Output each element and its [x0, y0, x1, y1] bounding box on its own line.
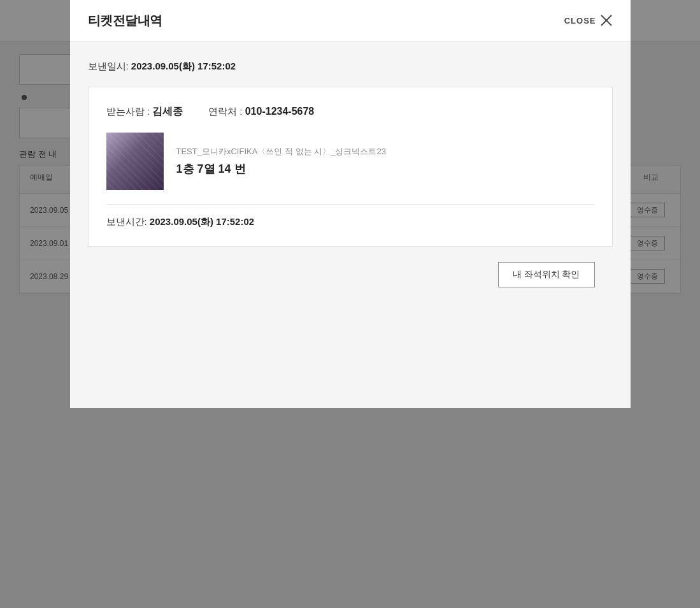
recipient-label: 받는사람 : — [106, 106, 150, 117]
send-time-value: 2023.09.05(화) 17:52:02 — [150, 216, 254, 227]
close-icon — [600, 14, 613, 27]
contact-value: 010-1234-5678 — [245, 106, 315, 117]
modal-title: 티켓전달내역 — [88, 12, 162, 29]
send-date-label: 보낸일시: — [88, 61, 129, 71]
recipient-name: 김세종 — [152, 106, 183, 117]
modal-body: 보낸일시: 2023.09.05(화) 17:52:02 받는사람 : 김세종 … — [70, 41, 631, 322]
seat-check-area: 내 좌석위치 확인 — [88, 247, 613, 303]
ticket-thumbnail-img — [106, 133, 164, 190]
recipient-row: 받는사람 : 김세종 연락처 : 010-1234-5678 — [106, 105, 594, 119]
ticket-details: TEST_모니카xCIFIKA〈쓰인 적 없는 시〉_싱크넥스트23 1층 7열… — [176, 146, 594, 177]
ticket-card: 받는사람 : 김세종 연락처 : 010-1234-5678 TEST_모니카x… — [88, 87, 613, 247]
ticket-show-name: TEST_모니카xCIFIKA〈쓰인 적 없는 시〉_싱크넥스트23 — [176, 146, 594, 157]
modal-overlay: 티켓전달내역 CLOSE 보낸일시: 2023.09.05(화) 17:52:0… — [0, 0, 700, 608]
close-label: CLOSE — [564, 16, 596, 25]
modal-header: 티켓전달내역 CLOSE — [70, 0, 631, 41]
send-time-label: 보낸시간: — [106, 216, 147, 227]
send-date-value: 2023.09.05(화) 17:52:02 — [131, 61, 236, 71]
ticket-seat: 1층 7열 14 번 — [176, 161, 594, 177]
ticket-thumbnail — [106, 133, 164, 190]
send-time-row: 보낸시간: 2023.09.05(화) 17:52:02 — [106, 216, 594, 228]
ticket-delivery-modal: 티켓전달내역 CLOSE 보낸일시: 2023.09.05(화) 17:52:0… — [70, 0, 631, 408]
ticket-divider — [106, 204, 594, 205]
close-button[interactable]: CLOSE — [564, 14, 613, 27]
send-date-row: 보낸일시: 2023.09.05(화) 17:52:02 — [88, 61, 613, 73]
ticket-info-row: TEST_모니카xCIFIKA〈쓰인 적 없는 시〉_싱크넥스트23 1층 7열… — [106, 133, 594, 190]
seat-check-button[interactable]: 내 좌석위치 확인 — [498, 262, 595, 287]
contact-label: 연락처 : — [208, 106, 242, 117]
